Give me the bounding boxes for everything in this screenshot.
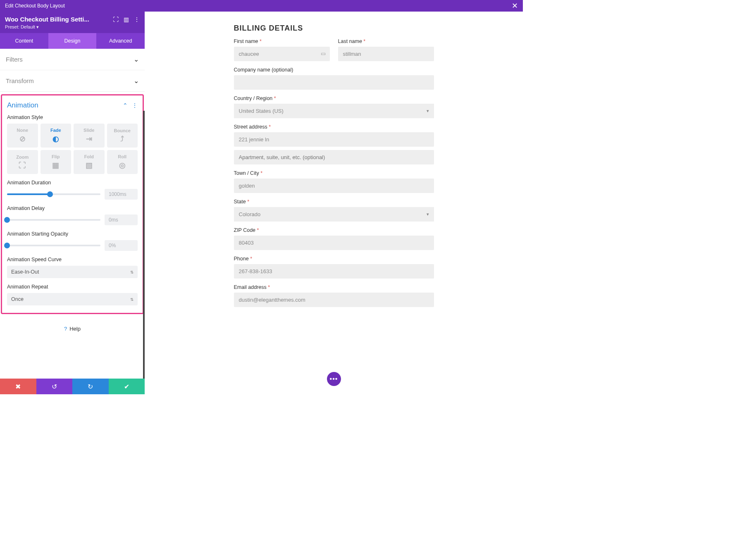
none-icon: ⊘ [19,134,26,143]
company-field[interactable] [234,75,434,90]
responsive-icon[interactable]: ▥ [124,16,129,23]
last-name-field[interactable] [338,47,434,61]
fold-icon: ▧ [86,161,93,170]
duration-value[interactable]: 1000ms [105,189,138,200]
street1-field[interactable] [234,132,434,147]
state-select[interactable]: Colorado [234,207,434,222]
redo-button[interactable]: ↻ [72,379,109,394]
topbar: Edit Checkout Body Layout ✕ [0,0,523,12]
style-option-fade[interactable]: Fade◐ [41,124,72,148]
billing-heading: BILLING DETAILS [234,24,434,33]
style-option-flip[interactable]: Flip▦ [41,150,72,174]
style-option-none[interactable]: None⊘ [7,124,38,148]
opacity-slider[interactable] [7,245,100,246]
street-label: Street address * [234,124,434,130]
animation-opacity-label: Animation Starting Opacity [7,231,138,237]
delay-value[interactable]: 0ms [105,214,138,225]
preset-selector[interactable]: Preset: Default ▾ [5,24,140,30]
slide-icon: ⇥ [86,134,92,143]
country-label: Country / Region * [234,95,434,101]
chevron-down-icon: ▾ [36,24,39,29]
city-label: Town / City * [234,170,434,176]
expand-icon[interactable]: ⛶ [113,16,119,23]
preview-canvas: BILLING DETAILS First name * ▭ Last name… [145,12,523,394]
city-field[interactable] [234,179,434,193]
undo-button[interactable]: ↺ [36,379,73,394]
opacity-value[interactable]: 0% [105,240,138,251]
section-transform[interactable]: Transform [0,70,145,92]
email-label: Email address * [234,284,434,290]
first-name-label: First name * [234,38,330,44]
animation-delay-label: Animation Delay [7,205,138,211]
section-filters-label: Filters [6,56,23,63]
roll-icon: ◎ [119,161,126,170]
section-filters[interactable]: Filters [0,49,145,70]
phone-field[interactable] [234,264,434,279]
delay-slider[interactable] [7,219,100,221]
style-option-fold[interactable]: Fold▧ [74,150,105,174]
last-name-label: Last name * [338,38,434,44]
save-button[interactable]: ✔ [109,379,145,394]
duration-slider[interactable] [7,193,100,195]
chevron-down-icon [134,77,139,85]
street2-field[interactable] [234,150,434,164]
topbar-title: Edit Checkout Body Layout [5,3,65,9]
first-name-field[interactable] [234,47,330,61]
zip-field[interactable] [234,236,434,250]
chevron-down-icon [134,55,139,63]
tabs: Content Design Advanced [0,33,145,49]
style-option-slide[interactable]: Slide⇥ [74,124,105,148]
phone-label: Phone * [234,256,434,262]
close-icon[interactable]: ✕ [512,1,518,10]
animation-style-grid: None⊘Fade◐Slide⇥Bounce⤴Zoom⛶Flip▦Fold▧Ro… [7,124,138,174]
tab-content[interactable]: Content [0,33,48,49]
tab-design[interactable]: Design [48,33,97,49]
help-link[interactable]: ?Help [0,314,145,339]
kebab-menu-icon[interactable]: ⋮ [134,16,140,23]
company-label: Company name (optional) [234,67,434,73]
bounce-icon: ⤴ [120,135,124,143]
animation-style-label: Animation Style [7,114,138,120]
style-option-zoom[interactable]: Zoom⛶ [7,150,38,174]
contact-card-icon[interactable]: ▭ [321,50,326,57]
style-option-roll[interactable]: Roll◎ [107,150,138,174]
settings-sidebar: Woo Checkout Billing Setti... ⛶ ▥ ⋮ Pres… [0,12,145,394]
state-label: State * [234,199,434,205]
style-option-bounce[interactable]: Bounce⤴ [107,124,138,148]
help-icon: ? [64,326,67,332]
cancel-button[interactable]: ✖ [0,379,36,394]
curve-select[interactable]: Ease-In-Out [7,266,138,278]
section-transform-label: Transform [6,77,34,84]
fab-button[interactable]: ••• [327,372,341,386]
animation-duration-label: Animation Duration [7,180,138,186]
fade-icon: ◐ [52,134,59,143]
animation-repeat-label: Animation Repeat [7,284,138,290]
repeat-select[interactable]: Once [7,293,138,305]
chevron-up-icon[interactable]: ⌃ [123,102,128,109]
module-title: Woo Checkout Billing Setti... [5,16,89,23]
zip-label: ZIP Code * [234,227,434,233]
section-animation: Animation ⌃ ⋮ Animation Style None⊘Fade◐… [1,94,144,314]
zoom-icon: ⛶ [19,161,26,170]
section-animation-title: Animation [7,101,38,110]
kebab-menu-icon[interactable]: ⋮ [132,102,138,109]
tab-advanced[interactable]: Advanced [96,33,145,49]
email-field[interactable] [234,293,434,307]
country-select[interactable]: United States (US) [234,104,434,118]
animation-curve-label: Animation Speed Curve [7,257,138,262]
footer-actions: ✖ ↺ ↻ ✔ [0,379,145,394]
flip-icon: ▦ [52,161,59,170]
